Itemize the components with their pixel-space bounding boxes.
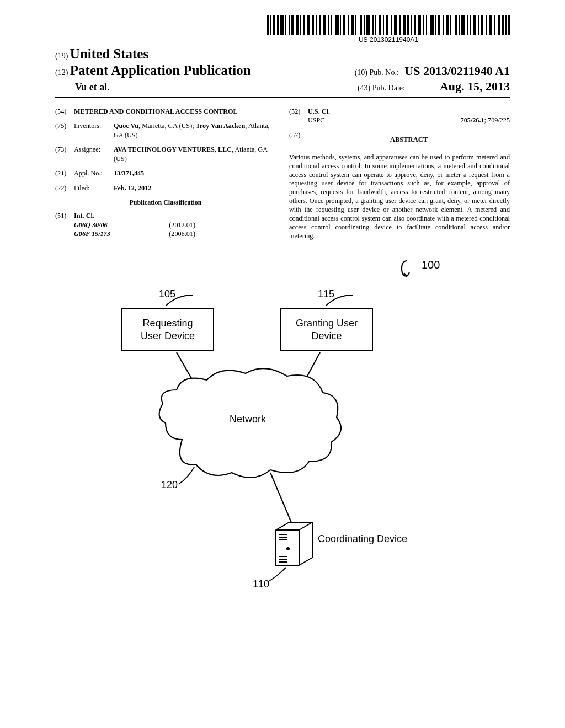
applno-code-number: (21) — [55, 169, 74, 178]
svg-rect-62 — [508, 15, 510, 35]
svg-rect-2 — [273, 15, 275, 35]
svg-rect-48 — [455, 15, 457, 35]
applno-value: 13/371,445 — [114, 169, 276, 178]
filed-label: Filed: — [74, 184, 114, 192]
inventor-1-name: Quoc Vu — [114, 122, 138, 130]
pubno-label: Pub. No.: — [370, 68, 399, 77]
svg-rect-49 — [459, 15, 460, 35]
ref-115: 115 — [318, 288, 334, 300]
uscl-label: U.S. Cl. — [308, 107, 510, 116]
intcl-code-number: (51) — [55, 211, 74, 238]
svg-point-69 — [287, 548, 289, 550]
publication-kind: (12) Patent Application Publication — [55, 63, 251, 78]
svg-rect-52 — [470, 15, 471, 35]
ref-120: 120 — [161, 479, 178, 491]
svg-rect-13 — [316, 15, 317, 35]
country-code-number: (19) — [55, 52, 68, 60]
inventors-value: Quoc Vu, Marietta, GA (US); Troy Van Aac… — [114, 121, 276, 140]
filed-value: Feb. 12, 2012 — [114, 184, 276, 192]
assignee-code-number: (73) — [55, 145, 74, 163]
inventor-1-rest: , Marietta, GA (US); — [138, 122, 196, 130]
biblio-left-column: (54) METERED AND CONDITIONAL ACCESS CONT… — [55, 107, 276, 241]
svg-rect-55 — [481, 15, 483, 35]
filed-code-number: (22) — [55, 184, 74, 192]
svg-rect-57 — [489, 15, 492, 35]
svg-rect-39 — [418, 15, 421, 35]
svg-rect-19 — [340, 15, 341, 35]
svg-rect-23 — [355, 15, 356, 35]
svg-rect-37 — [411, 15, 412, 35]
title-code-number: (54) — [55, 107, 74, 116]
svg-rect-50 — [461, 15, 465, 35]
svg-rect-61 — [505, 15, 507, 35]
assignee-name: AVA TECHNOLOGY VENTURES, LLC — [114, 146, 232, 153]
svg-rect-26 — [366, 15, 370, 35]
assignee-value: AVA TECHNOLOGY VENTURES, LLC, Atlanta, G… — [114, 145, 276, 163]
header-rule-thin — [55, 99, 510, 99]
inventors-code-number: (75) — [55, 121, 74, 140]
pubdate-value: Aug. 15, 2013 — [440, 79, 510, 93]
svg-rect-47 — [450, 15, 451, 35]
svg-rect-24 — [360, 15, 362, 35]
svg-rect-43 — [435, 15, 436, 35]
abstract-code-number: (57) — [289, 131, 308, 148]
publication-classification-heading: Publication Classification — [55, 198, 276, 207]
coordinating-device-label: Coordinating Device — [318, 533, 407, 545]
svg-rect-40 — [423, 15, 424, 35]
ref-110: 110 — [253, 579, 269, 590]
svg-rect-15 — [323, 15, 326, 35]
svg-rect-10 — [303, 15, 305, 35]
svg-rect-7 — [291, 15, 294, 35]
svg-rect-56 — [486, 15, 487, 35]
svg-rect-3 — [277, 15, 279, 35]
country-name: United States — [70, 46, 148, 61]
kind-label: Patent Application Publication — [70, 63, 251, 78]
intcl-1-code: G06Q 30/06 — [74, 221, 108, 229]
svg-rect-58 — [494, 15, 495, 35]
uspc-value: 705/26.1; 709/225 — [461, 116, 510, 125]
biblio-right-column: (52) U.S. Cl. USPC 705/26.1; 709/225 (57… — [289, 107, 510, 241]
uspc-prefix: USPC — [308, 116, 325, 125]
svg-rect-12 — [312, 15, 314, 35]
ref-105: 105 — [159, 288, 175, 300]
svg-rect-17 — [331, 15, 332, 35]
svg-rect-31 — [386, 15, 388, 35]
intcl-1-year: (2012.01) — [169, 221, 195, 229]
svg-rect-14 — [319, 15, 321, 35]
svg-rect-9 — [300, 15, 301, 35]
svg-rect-18 — [335, 15, 339, 35]
pubno-value: US 2013/0211940 A1 — [404, 64, 510, 78]
inventor-2-name: Troy Van Aacken — [196, 122, 246, 130]
svg-rect-41 — [426, 15, 427, 35]
svg-rect-35 — [403, 15, 406, 35]
svg-rect-30 — [383, 15, 384, 35]
svg-rect-59 — [498, 15, 500, 35]
svg-rect-29 — [379, 15, 381, 35]
svg-rect-33 — [394, 15, 397, 35]
applno-label: Appl. No.: — [74, 169, 114, 178]
svg-rect-60 — [502, 15, 504, 35]
svg-rect-1 — [270, 15, 271, 35]
kind-code-number: (12) — [55, 68, 68, 77]
figure-diagram: 100 105 115 RequestingUser Device Granti… — [55, 258, 510, 622]
svg-rect-16 — [328, 15, 329, 35]
svg-rect-34 — [399, 15, 401, 35]
barcode-area: US 20130211940A1 — [55, 15, 510, 44]
svg-rect-25 — [364, 15, 365, 35]
svg-rect-28 — [375, 15, 376, 35]
svg-rect-4 — [280, 15, 284, 35]
inventors-label: Inventors: — [74, 121, 114, 140]
header-country-line: (19) United States — [55, 46, 510, 62]
abstract-heading: ABSTRACT — [308, 135, 510, 144]
svg-rect-45 — [443, 15, 444, 35]
svg-line-65 — [270, 473, 292, 525]
intcl-2-year: (2006.01) — [169, 229, 195, 238]
svg-rect-44 — [438, 15, 440, 35]
intcl-label: Int. Cl. — [74, 211, 276, 220]
uscl-code-number: (52) — [289, 107, 308, 125]
intcl-2-code: G06F 15/173 — [74, 229, 110, 238]
svg-rect-32 — [391, 15, 392, 35]
svg-rect-27 — [372, 15, 374, 35]
pubdate-label: Pub. Date: — [372, 84, 405, 92]
svg-rect-54 — [478, 15, 479, 35]
